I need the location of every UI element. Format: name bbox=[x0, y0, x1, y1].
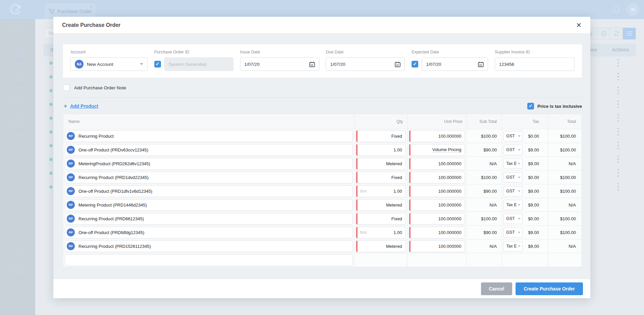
supplier-invoice-input[interactable]: 123456 bbox=[495, 57, 575, 71]
unit-price-input[interactable]: 100.000000 bbox=[409, 158, 465, 170]
tax-code: GST bbox=[506, 134, 517, 138]
bell-icon[interactable] bbox=[612, 5, 621, 14]
account-select[interactable]: NA New Account bbox=[70, 57, 148, 71]
kebab-menu-icon[interactable] bbox=[618, 73, 619, 82]
background-toolbar bbox=[584, 28, 636, 40]
sidebar-item-invoice[interactable]: INVOICE bbox=[0, 94, 35, 108]
product-name-input[interactable]: RP Recurring Product bbox=[65, 130, 353, 142]
due-date-input[interactable]: 1/07/20 bbox=[326, 57, 405, 71]
sidebar-item-dashboard[interactable]: DASHBOARD bbox=[0, 25, 35, 39]
tax-select[interactable]: GST bbox=[503, 186, 523, 196]
unit-price-input[interactable]: 100.000000 bbox=[409, 130, 465, 142]
qty-value: Metered bbox=[386, 161, 402, 166]
tax-amount: $9.00 bbox=[523, 189, 548, 194]
qty-input[interactable]: Metered bbox=[356, 158, 406, 170]
product-name-input[interactable]: RP One-off Product (PRDfdfdg12345) bbox=[65, 227, 353, 238]
unit-price-value: 100.000000 bbox=[438, 175, 462, 180]
person-icon bbox=[13, 48, 22, 56]
kebab-menu-icon[interactable] bbox=[618, 59, 619, 68]
tab-close-icon[interactable]: ✕ bbox=[90, 5, 93, 9]
product-name-input[interactable]: RP Recurring Product (PRD6612345) bbox=[65, 213, 353, 225]
tax-select[interactable]: Tax E.. bbox=[503, 241, 523, 252]
kebab-menu-icon[interactable] bbox=[618, 169, 619, 178]
sub-total-value: $90.00 bbox=[484, 189, 497, 194]
tax-select[interactable]: GST bbox=[503, 172, 523, 183]
unit-price-input[interactable]: Volume Pricing bbox=[409, 144, 465, 156]
kebab-menu-icon[interactable] bbox=[618, 114, 619, 123]
calendar-icon[interactable] bbox=[395, 61, 400, 67]
status-dot bbox=[49, 61, 53, 65]
add-product-link[interactable]: + Add Product bbox=[64, 103, 98, 109]
qty-value: Metered bbox=[386, 203, 402, 208]
qty-input[interactable]: box 1.00 bbox=[356, 227, 406, 238]
list-view-tool-icon[interactable] bbox=[623, 28, 636, 39]
sidebar-item-account[interactable]: ACCOUNT bbox=[0, 48, 35, 62]
kebab-menu-icon[interactable] bbox=[618, 155, 619, 165]
unit-price-input[interactable]: 100.000000 bbox=[409, 213, 465, 225]
expected-date-input[interactable]: 1/07/20 bbox=[422, 57, 488, 71]
po-id-checkbox[interactable] bbox=[154, 61, 161, 68]
create-purchase-order-button[interactable]: Create Purchase Order bbox=[516, 282, 583, 295]
modal-close-icon[interactable]: ✕ bbox=[576, 22, 582, 29]
calendar-icon[interactable] bbox=[309, 61, 315, 67]
expected-date-checkbox[interactable] bbox=[412, 61, 418, 68]
unit-price-input[interactable]: 100.000000 bbox=[409, 227, 465, 238]
kebab-menu-icon[interactable] bbox=[618, 142, 619, 151]
unit-price-input[interactable]: 100.000000 bbox=[409, 240, 465, 252]
product-name: One-off Product (PRDv63ccv12345) bbox=[78, 147, 148, 152]
add-note-checkbox[interactable] bbox=[63, 84, 70, 91]
kebab-menu-icon[interactable] bbox=[618, 128, 619, 137]
cart-icon bbox=[13, 71, 22, 80]
qty-value: Fixed bbox=[391, 216, 402, 221]
qty-input[interactable]: Fixed bbox=[356, 172, 406, 183]
tax-inclusive-label: Price is tax inclusive bbox=[537, 104, 582, 109]
product-name-input[interactable]: RP MeteringProduct (PRD262d6v12345) bbox=[65, 158, 353, 170]
qty-value: 1.00 bbox=[393, 147, 402, 152]
chevron-down-icon bbox=[518, 218, 521, 220]
kebab-menu-icon[interactable] bbox=[618, 183, 619, 192]
qty-input[interactable]: Metered bbox=[356, 199, 406, 211]
user-avatar[interactable]: IM bbox=[627, 3, 639, 16]
product-name-input[interactable]: RP One-off Product (PRDv63ccv12345) bbox=[65, 144, 353, 156]
issue-date-input[interactable]: 1/07/20 bbox=[240, 57, 319, 71]
tax-select[interactable]: Tax E.. bbox=[503, 159, 523, 169]
tax-amount: $0.00 bbox=[523, 175, 548, 180]
sidebar-item-payment[interactable]: PAYMENT bbox=[0, 117, 35, 131]
tax-select[interactable]: GST bbox=[503, 227, 523, 238]
po-id-input[interactable]: System Generated bbox=[164, 57, 233, 71]
kebab-menu-icon[interactable] bbox=[618, 87, 619, 96]
kebab-menu-icon[interactable] bbox=[618, 100, 619, 109]
qty-input[interactable]: Fixed bbox=[356, 130, 406, 142]
refresh-tool-icon[interactable] bbox=[610, 28, 623, 39]
calendar-icon[interactable] bbox=[478, 61, 484, 67]
po-id-placeholder: System Generated bbox=[169, 62, 207, 67]
cancel-button[interactable]: Cancel bbox=[481, 282, 513, 295]
tax-inclusive-checkbox[interactable] bbox=[527, 103, 534, 109]
cart-icon bbox=[48, 8, 55, 14]
product-name: Recurring Product (PRD1526112345) bbox=[78, 244, 151, 249]
add-tool-icon[interactable] bbox=[597, 28, 610, 39]
sidebar-item-to-do[interactable]: TO DO bbox=[0, 247, 35, 261]
qty-input[interactable]: Metered bbox=[356, 240, 406, 252]
product-name-input[interactable]: RP Recurring Product (PRD1526112345) bbox=[65, 240, 353, 252]
product-name-input[interactable] bbox=[65, 254, 353, 266]
unit-price-value: Volume Pricing bbox=[432, 147, 462, 153]
qty-input[interactable]: Fixed bbox=[356, 213, 406, 225]
unit-price-input[interactable]: 100.000000 bbox=[409, 172, 465, 183]
unit-price-input[interactable]: 100.000000 bbox=[409, 199, 465, 211]
sidebar-item-new[interactable]: NEW bbox=[0, 266, 35, 280]
tax-select[interactable]: Tax E.. bbox=[503, 200, 523, 210]
product-name-input[interactable]: RP One-off Product (PRD1dfv1v6d12345) bbox=[65, 185, 353, 197]
product-avatar: RP bbox=[67, 242, 75, 250]
tab-label: Purchase Order bbox=[57, 9, 92, 14]
sidebar-item-order[interactable]: ORDER bbox=[0, 71, 35, 85]
product-name-input[interactable]: RP Recurring Product (PRD1dvd22345) bbox=[65, 172, 353, 183]
qty-input[interactable]: 1.00 bbox=[356, 144, 406, 156]
qty-input[interactable]: box 1.00 bbox=[356, 185, 406, 197]
tax-select[interactable]: GST bbox=[503, 145, 523, 155]
tax-select[interactable]: GST bbox=[503, 214, 523, 224]
col-total: Total bbox=[548, 114, 582, 129]
unit-price-input[interactable]: 100.000000 bbox=[409, 185, 465, 197]
product-name-input[interactable]: RP Metering Product (PRD1446d2345) bbox=[65, 199, 353, 211]
tax-select[interactable]: GST bbox=[503, 131, 523, 141]
